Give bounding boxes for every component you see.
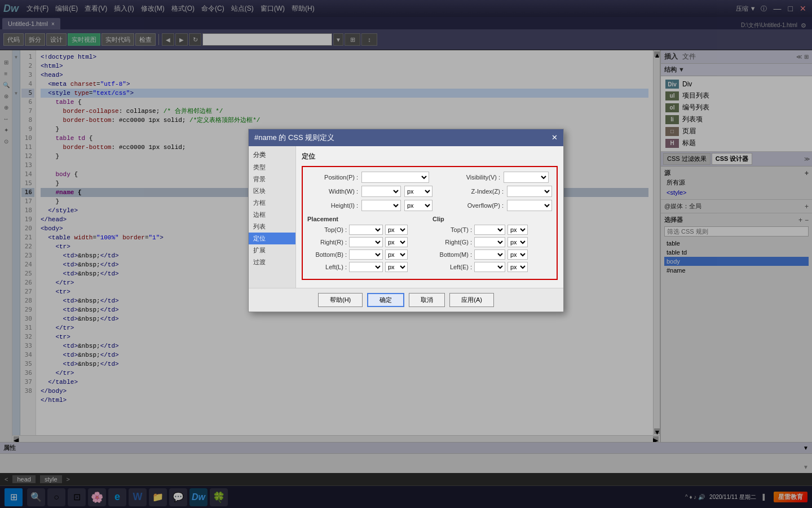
right-g-select[interactable] <box>474 237 505 247</box>
visibility-label: Visibility(V) : <box>444 174 500 181</box>
modal-title-bar: #name 的 CSS 规则定义 ✕ <box>249 129 563 146</box>
left-l-label: Left(L) : <box>307 264 347 270</box>
top-o-row: Top(O) : px <box>307 225 427 235</box>
bottom-m-label: Bottom(M) : <box>433 251 472 258</box>
apply-button[interactable]: 应用(A) <box>449 293 494 307</box>
bottom-b-row: Bottom(B) : px <box>307 249 427 260</box>
top-o-select[interactable] <box>349 225 383 235</box>
height-select[interactable] <box>361 200 401 211</box>
position-label: Position(P) : <box>307 174 358 181</box>
bottom-b-label: Bottom(B) : <box>307 251 347 258</box>
modal-sidebar: 分类 类型 背景 区块 方框 边框 列表 定位 扩展 过渡 <box>249 146 296 288</box>
top-o-label: Top(O) : <box>307 226 347 233</box>
left-l-row: Left(L) : px <box>307 262 427 272</box>
height-row: Height(I) : px Overflow(P) : <box>307 200 552 211</box>
modal-sidebar-title: 分类 <box>249 148 295 161</box>
modal-content-title: 定位 <box>302 152 558 161</box>
bottom-m-unit[interactable]: px <box>508 249 528 260</box>
sidebar-background[interactable]: 背景 <box>249 173 295 185</box>
right-r-select[interactable] <box>349 237 383 247</box>
overflow-select[interactable] <box>507 200 552 211</box>
position-select[interactable] <box>361 172 429 183</box>
modal-body: 分类 类型 背景 区块 方框 边框 列表 定位 扩展 过渡 定位 Positio… <box>249 146 563 288</box>
bottom-m-row: Bottom(M) : px <box>433 249 552 260</box>
modal-footer: 帮助(H) 确定 取消 应用(A) <box>249 288 563 312</box>
right-r-row: Right(R) : px <box>307 237 427 247</box>
top-t-row: Top(T) : px <box>433 225 552 235</box>
position-section: Position(P) : Visibility(V) : Width(W) :… <box>302 166 558 280</box>
width-select[interactable] <box>361 186 401 197</box>
sidebar-transition[interactable]: 过渡 <box>249 256 295 268</box>
left-e-unit[interactable]: px <box>508 262 528 272</box>
placement-title: Placement <box>307 216 427 222</box>
left-e-select[interactable] <box>474 262 505 272</box>
placement-col: Placement Top(O) : px Right(R) : px <box>307 216 427 274</box>
left-e-row: Left(E) : px <box>433 262 552 272</box>
cancel-button[interactable]: 取消 <box>409 293 445 307</box>
css-rules-dialog: #name 的 CSS 规则定义 ✕ 分类 类型 背景 区块 方框 边框 列表 … <box>248 129 564 312</box>
bottom-b-select[interactable] <box>349 249 383 260</box>
sidebar-position[interactable]: 定位 <box>249 233 295 244</box>
clip-title: Clip <box>433 216 552 222</box>
top-t-label: Top(T) : <box>433 226 472 233</box>
left-l-select[interactable] <box>349 262 383 272</box>
modal-content: 定位 Position(P) : Visibility(V) : Width(W… <box>296 146 563 288</box>
height-unit-select[interactable]: px <box>404 200 433 211</box>
top-t-select[interactable] <box>474 225 505 235</box>
zindex-select[interactable] <box>507 186 552 197</box>
right-r-label: Right(R) : <box>307 239 347 246</box>
width-row: Width(W) : px Z-Index(Z) : <box>307 186 552 197</box>
help-button[interactable]: 帮助(H) <box>318 293 363 307</box>
position-row: Position(P) : Visibility(V) : <box>307 172 552 183</box>
sidebar-box[interactable]: 方框 <box>249 197 295 209</box>
zindex-label: Z-Index(Z) : <box>447 188 504 195</box>
right-g-label: Right(G) : <box>433 239 472 246</box>
sidebar-type[interactable]: 类型 <box>249 161 295 173</box>
left-e-label: Left(E) : <box>433 264 472 270</box>
sidebar-list[interactable]: 列表 <box>249 221 295 233</box>
right-g-unit[interactable]: px <box>508 237 528 247</box>
overflow-label: Overflow(P) : <box>447 202 504 209</box>
top-t-unit[interactable]: px <box>508 225 528 235</box>
ok-button[interactable]: 确定 <box>367 293 404 307</box>
sidebar-border[interactable]: 边框 <box>249 209 295 221</box>
right-r-unit[interactable]: px <box>385 237 408 247</box>
width-label: Width(W) : <box>307 188 358 195</box>
clip-col: Clip Top(T) : px Right(G) : px <box>433 216 552 274</box>
top-o-unit[interactable]: px <box>385 225 408 235</box>
modal-close-button[interactable]: ✕ <box>551 133 558 142</box>
height-label: Height(I) : <box>307 202 358 209</box>
modal-overlay: #name 的 CSS 规则定义 ✕ 分类 类型 背景 区块 方框 边框 列表 … <box>0 0 812 508</box>
placement-clip-section: Placement Top(O) : px Right(R) : px <box>307 216 552 274</box>
left-l-unit[interactable]: px <box>385 262 408 272</box>
right-g-row: Right(G) : px <box>433 237 552 247</box>
width-unit-select[interactable]: px <box>404 186 433 197</box>
bottom-m-select[interactable] <box>474 249 505 260</box>
bottom-b-unit[interactable]: px <box>385 249 408 260</box>
sidebar-block[interactable]: 区块 <box>249 185 295 197</box>
sidebar-extensions[interactable]: 扩展 <box>249 244 295 256</box>
visibility-select[interactable] <box>504 172 549 183</box>
modal-title: #name 的 CSS 规则定义 <box>254 133 334 143</box>
